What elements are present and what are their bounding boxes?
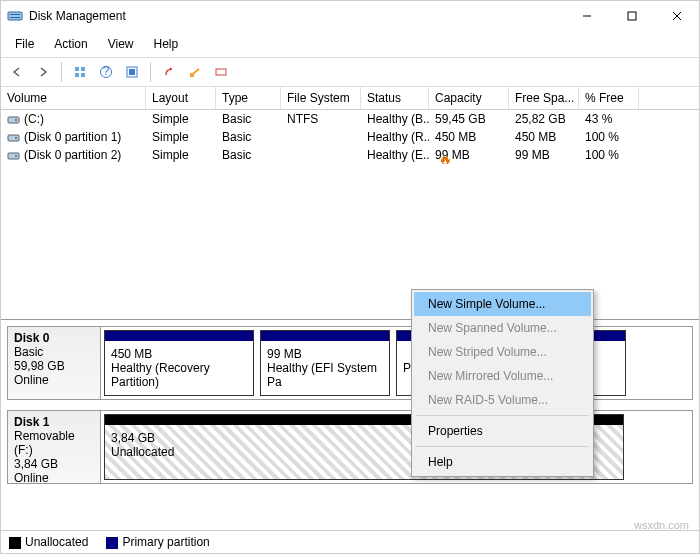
context-item: New Striped Volume... <box>414 340 591 364</box>
disk-management-window: Disk Management File Action View Help ? … <box>0 0 700 554</box>
menu-file[interactable]: File <box>5 33 44 55</box>
svg-point-19 <box>15 137 17 139</box>
menu-bar: File Action View Help <box>1 31 699 57</box>
app-icon <box>7 8 23 24</box>
svg-rect-0 <box>8 12 22 20</box>
svg-point-21 <box>15 155 17 157</box>
minimize-button[interactable] <box>564 1 609 31</box>
svg-point-17 <box>15 119 17 121</box>
close-button[interactable] <box>654 1 699 31</box>
volume-row[interactable]: (Disk 0 partition 2)SimpleBasicHealthy (… <box>1 146 699 164</box>
action3-icon[interactable] <box>210 61 232 83</box>
context-separator <box>416 446 589 447</box>
column-headers: Volume Layout Type File System Status Ca… <box>1 87 699 110</box>
legend-bar: Unallocated Primary partition <box>1 530 699 553</box>
flame-icon: 🔥︎ <box>438 151 452 167</box>
context-item: New Spanned Volume... <box>414 316 591 340</box>
svg-rect-9 <box>75 73 79 77</box>
col-volume[interactable]: Volume <box>1 87 146 109</box>
col-status[interactable]: Status <box>361 87 429 109</box>
back-button[interactable] <box>6 61 28 83</box>
svg-rect-14 <box>129 69 135 75</box>
help-icon[interactable]: ? <box>95 61 117 83</box>
forward-button[interactable] <box>32 61 54 83</box>
svg-rect-15 <box>216 69 226 75</box>
partition[interactable]: 99 MBHealthy (EFI System Pa <box>260 330 390 396</box>
disk-graphical-pane: Disk 0Basic59,98 GBOnline450 MBHealthy (… <box>1 320 699 530</box>
title-text: Disk Management <box>29 9 564 23</box>
svg-rect-4 <box>628 12 636 20</box>
refresh-icon[interactable] <box>121 61 143 83</box>
svg-rect-1 <box>10 14 20 15</box>
menu-help[interactable]: Help <box>144 33 189 55</box>
maximize-button[interactable] <box>609 1 654 31</box>
svg-rect-16 <box>8 117 19 123</box>
col-filesystem[interactable]: File System <box>281 87 361 109</box>
svg-rect-18 <box>8 135 19 141</box>
volume-icon <box>7 131 20 144</box>
svg-rect-10 <box>81 73 85 77</box>
volume-list-pane: Volume Layout Type File System Status Ca… <box>1 87 699 320</box>
disk-info[interactable]: Disk 0Basic59,98 GBOnline <box>8 327 101 399</box>
volume-icon <box>7 113 20 126</box>
volume-icon <box>7 149 20 162</box>
svg-rect-20 <box>8 153 19 159</box>
svg-rect-2 <box>10 17 20 18</box>
menu-view[interactable]: View <box>98 33 144 55</box>
context-item[interactable]: Properties <box>414 419 591 443</box>
context-item[interactable]: New Simple Volume... <box>414 292 591 316</box>
watermark-text: wsxdn.com <box>634 519 689 531</box>
col-layout[interactable]: Layout <box>146 87 216 109</box>
volume-row[interactable]: (C:)SimpleBasicNTFSHealthy (B...59,45 GB… <box>1 110 699 128</box>
context-item: New Mirrored Volume... <box>414 364 591 388</box>
volume-row[interactable]: (Disk 0 partition 1)SimpleBasicHealthy (… <box>1 128 699 146</box>
svg-text:?: ? <box>103 65 110 78</box>
col-type[interactable]: Type <box>216 87 281 109</box>
legend-primary: Primary partition <box>106 535 209 549</box>
legend-unallocated: Unallocated <box>9 535 88 549</box>
title-bar: Disk Management <box>1 1 699 31</box>
view-grid-icon[interactable] <box>69 61 91 83</box>
col-capacity[interactable]: Capacity <box>429 87 509 109</box>
context-item[interactable]: Help <box>414 450 591 474</box>
col-free[interactable]: Free Spa... <box>509 87 579 109</box>
context-item: New RAID-5 Volume... <box>414 388 591 412</box>
disk-info[interactable]: Disk 1Removable (F:)3,84 GBOnline <box>8 411 101 483</box>
context-menu: New Simple Volume...New Spanned Volume..… <box>411 289 594 477</box>
col-pctfree[interactable]: % Free <box>579 87 639 109</box>
svg-rect-7 <box>75 67 79 71</box>
menu-action[interactable]: Action <box>44 33 97 55</box>
action2-icon[interactable] <box>184 61 206 83</box>
toolbar: ? <box>1 57 699 87</box>
action1-icon[interactable] <box>158 61 180 83</box>
svg-rect-8 <box>81 67 85 71</box>
context-separator <box>416 415 589 416</box>
partition[interactable]: 450 MBHealthy (Recovery Partition) <box>104 330 254 396</box>
volume-rows: (C:)SimpleBasicNTFSHealthy (B...59,45 GB… <box>1 110 699 164</box>
